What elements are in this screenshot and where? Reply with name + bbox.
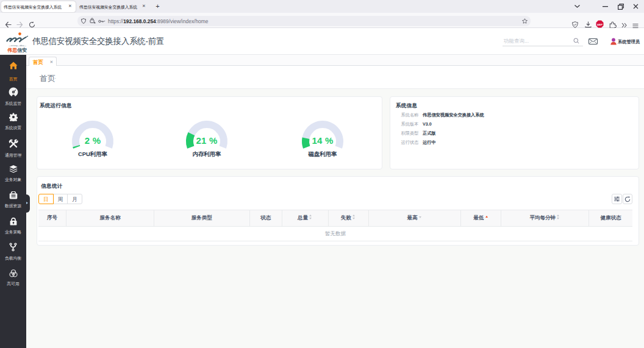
svg-text:ABP: ABP [597, 23, 603, 26]
svg-text:伟思信安: 伟思信安 [7, 48, 27, 53]
svg-text:—victory—idea—: —victory—idea— [9, 44, 26, 47]
